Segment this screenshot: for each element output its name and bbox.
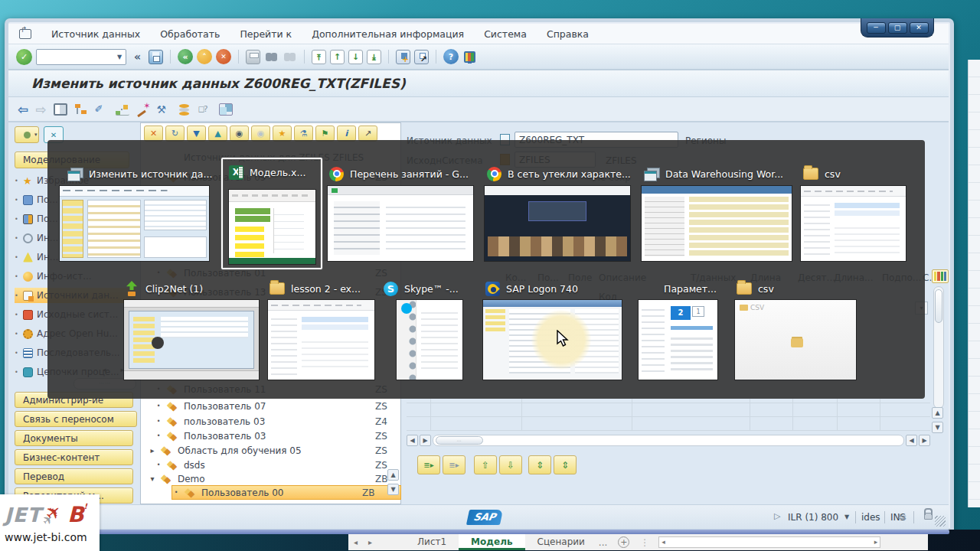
- system-menu-icon[interactable]: [19, 29, 31, 39]
- menu-extra-info[interactable]: Дополнительная информация: [312, 28, 464, 40]
- scroll-up-icon[interactable]: [387, 469, 399, 481]
- alt-tab-item[interactable]: csv: [737, 280, 774, 297]
- customize-layout-button[interactable]: [462, 50, 477, 64]
- wizard-icon[interactable]: [136, 103, 150, 116]
- tree-row[interactable]: DemoZB: [149, 471, 390, 486]
- menu-edit[interactable]: Обработать: [160, 28, 220, 40]
- exit-button[interactable]: [197, 49, 212, 64]
- status-dropdown-icon[interactable]: [844, 514, 849, 520]
- detail-scrollbar[interactable]: [933, 286, 944, 409]
- sidebar-section-translation[interactable]: Перевод: [15, 468, 133, 484]
- collapse-all-icon[interactable]: [208, 126, 227, 142]
- sidebar-section-business-content[interactable]: Бизнес-контент: [15, 449, 133, 465]
- menu-help[interactable]: Справка: [547, 28, 589, 40]
- search-next-icon[interactable]: [251, 126, 270, 142]
- sheet-next-icon[interactable]: [368, 538, 372, 546]
- find-next-button[interactable]: [283, 50, 297, 64]
- version-compare-icon[interactable]: [219, 103, 233, 116]
- expand-all-icon[interactable]: [187, 126, 206, 142]
- move-up-button[interactable]: [474, 455, 497, 474]
- nav-forward-icon[interactable]: [35, 102, 46, 117]
- close-button[interactable]: [910, 22, 929, 34]
- column-config-button[interactable]: [932, 269, 949, 283]
- next-page-button[interactable]: [348, 50, 363, 64]
- tree-row[interactable]: Пользователь 07ZS: [155, 399, 397, 413]
- alt-tab-item[interactable]: Изменить источник да...: [67, 165, 212, 182]
- sort-up-down-button[interactable]: [528, 455, 551, 474]
- add-sheet-button[interactable]: [618, 536, 629, 548]
- sheet-tab-list1[interactable]: Лист1: [405, 534, 459, 550]
- new-session-button[interactable]: [396, 50, 410, 64]
- tools-icon[interactable]: [157, 103, 171, 116]
- tab-bar-splitter[interactable]: [640, 537, 649, 548]
- alt-tab-item-selected[interactable]: Модель.х...: [229, 164, 305, 181]
- grid-vertical-scroll[interactable]: [932, 407, 943, 433]
- thumbnail-excel-model[interactable]: [229, 190, 315, 264]
- save-button[interactable]: [149, 50, 163, 64]
- scroll-left-icon[interactable]: [407, 435, 418, 446]
- cube-question-icon[interactable]: [198, 103, 212, 116]
- tree-row[interactable]: dsdsZS: [155, 458, 397, 472]
- display-grid-icon[interactable]: [54, 103, 67, 116]
- sort-down-up-button[interactable]: [554, 455, 577, 474]
- status-expand-icon[interactable]: [774, 511, 780, 521]
- thumbnail-data-warehousing[interactable]: [642, 186, 792, 261]
- sheet-tab-scenarios[interactable]: Сценарии: [525, 534, 597, 550]
- menu-system[interactable]: Система: [484, 28, 527, 40]
- tree-row[interactable]: пользователь 03Z4: [155, 414, 397, 429]
- scrollbar-track[interactable]: [433, 435, 904, 446]
- favorites-icon[interactable]: [273, 126, 292, 142]
- user-view-button[interactable]: [15, 126, 39, 143]
- tree-row-selected[interactable]: Пользователь 00ZB: [172, 485, 401, 500]
- flag-icon[interactable]: [315, 126, 335, 142]
- alt-tab-item[interactable]: csv: [803, 165, 841, 182]
- thumbnail-sap-gui[interactable]: [60, 186, 209, 261]
- alt-tab-item[interactable]: SAP Logon 740: [485, 280, 578, 297]
- thumbnail-csv-empty-folder[interactable]: CSV: [735, 300, 856, 380]
- refresh-icon[interactable]: [165, 126, 185, 142]
- tree-row[interactable]: Пользователь 03ZS: [155, 429, 397, 443]
- scroll-down-icon[interactable]: [932, 422, 943, 433]
- command-dropdown-icon[interactable]: [113, 50, 126, 64]
- excel-horizontal-scrollbar[interactable]: [658, 536, 880, 548]
- thumbnail-skype[interactable]: [397, 300, 462, 380]
- search-icon[interactable]: [230, 126, 249, 142]
- grid-horizontal-scrollbar[interactable]: [407, 434, 930, 447]
- move-down-button[interactable]: [499, 455, 522, 474]
- alt-tab-item[interactable]: Перечень занятий - G...: [329, 165, 469, 182]
- thumbnail-settings[interactable]: 21: [639, 300, 717, 380]
- tree-scrollbar[interactable]: [387, 383, 399, 503]
- hierarchy-icon[interactable]: [74, 103, 88, 116]
- command-input[interactable]: [37, 51, 113, 64]
- object-overview-icon[interactable]: [116, 103, 129, 116]
- scroll-up-icon[interactable]: [932, 407, 943, 419]
- scrollbar-handle[interactable]: [436, 436, 483, 445]
- scrollbar-handle[interactable]: [935, 289, 942, 323]
- alt-tab-item[interactable]: Clip2Net (1): [124, 280, 203, 297]
- filter-icon[interactable]: [294, 126, 313, 142]
- collapse-icon[interactable]: [130, 50, 145, 64]
- maximize-button[interactable]: [888, 22, 907, 34]
- close-icon[interactable]: [144, 126, 163, 142]
- menu-datasource[interactable]: Источник данных: [51, 28, 140, 40]
- list-left-button[interactable]: [417, 455, 440, 474]
- previous-page-button[interactable]: [330, 50, 345, 64]
- minimize-button[interactable]: [867, 22, 886, 34]
- display-change-icon[interactable]: [95, 103, 109, 116]
- tree-row[interactable]: Область для обучения 05ZS: [149, 443, 390, 458]
- list-right-button[interactable]: [443, 455, 466, 474]
- create-shortcut-button[interactable]: [414, 50, 429, 64]
- cancel-button[interactable]: [216, 49, 231, 64]
- nav-back-icon[interactable]: [18, 102, 28, 117]
- back-button[interactable]: [178, 49, 193, 64]
- link-icon[interactable]: [358, 126, 377, 142]
- scroll-right-icon[interactable]: [919, 435, 930, 446]
- help-button[interactable]: [443, 49, 459, 64]
- database-icon[interactable]: [178, 103, 191, 116]
- enter-button[interactable]: [16, 49, 32, 65]
- alt-tab-item[interactable]: lesson 2 - ex...: [270, 280, 361, 297]
- alt-tab-item[interactable]: Skype™ -...: [384, 280, 459, 297]
- thumbnail-chrome-dark-page[interactable]: [485, 186, 630, 261]
- alt-tab-item[interactable]: Data Warehousing Wor...: [644, 165, 783, 182]
- sheet-prev-icon[interactable]: [354, 538, 358, 546]
